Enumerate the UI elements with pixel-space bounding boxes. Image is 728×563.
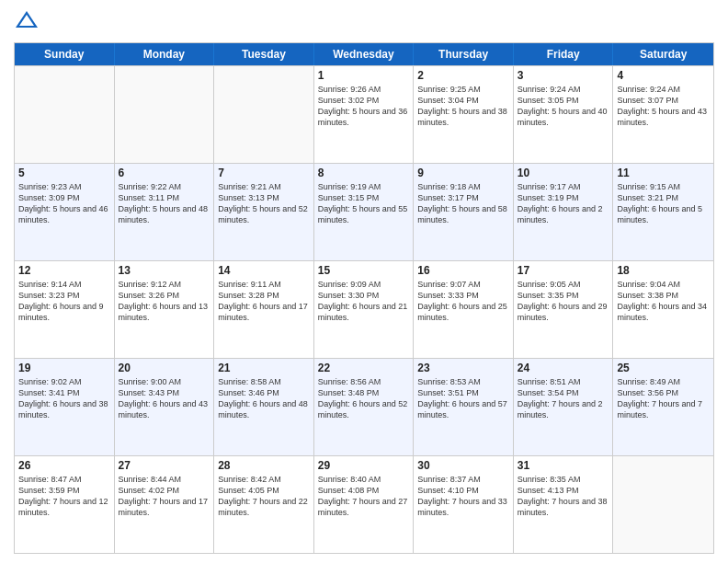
day-number: 23	[417, 362, 509, 374]
calendar-cell: 31Sunrise: 8:35 AM Sunset: 4:13 PM Dayli…	[514, 456, 614, 553]
header	[14, 9, 714, 35]
day-number: 25	[617, 362, 710, 374]
calendar-cell	[214, 66, 314, 163]
weekday-header: Sunday	[15, 43, 115, 65]
calendar-cell: 28Sunrise: 8:42 AM Sunset: 4:05 PM Dayli…	[214, 456, 314, 553]
calendar-cell: 18Sunrise: 9:04 AM Sunset: 3:38 PM Dayli…	[613, 261, 713, 358]
calendar-cell: 6Sunrise: 9:22 AM Sunset: 3:11 PM Daylig…	[115, 164, 215, 260]
weekday-header: Wednesday	[314, 43, 415, 65]
day-info: Sunrise: 8:35 AM Sunset: 4:13 PM Dayligh…	[518, 474, 609, 519]
day-number: 13	[119, 264, 210, 277]
day-number: 24	[518, 362, 609, 374]
calendar-cell: 2Sunrise: 9:25 AM Sunset: 3:04 PM Daylig…	[414, 66, 514, 163]
day-number: 14	[218, 264, 310, 277]
day-info: Sunrise: 9:23 AM Sunset: 3:09 PM Dayligh…	[18, 181, 110, 226]
calendar-cell: 7Sunrise: 9:21 AM Sunset: 3:13 PM Daylig…	[214, 164, 314, 260]
calendar-cell: 16Sunrise: 9:07 AM Sunset: 3:33 PM Dayli…	[414, 261, 514, 358]
weekday-header: Friday	[514, 43, 614, 65]
day-info: Sunrise: 9:17 AM Sunset: 3:19 PM Dayligh…	[518, 181, 609, 226]
calendar-cell: 27Sunrise: 8:44 AM Sunset: 4:02 PM Dayli…	[115, 456, 215, 553]
day-info: Sunrise: 8:44 AM Sunset: 4:02 PM Dayligh…	[119, 474, 210, 519]
day-info: Sunrise: 9:14 AM Sunset: 3:23 PM Dayligh…	[18, 279, 110, 324]
day-number: 15	[318, 264, 410, 277]
day-info: Sunrise: 9:04 AM Sunset: 3:38 PM Dayligh…	[617, 279, 710, 324]
weekday-header: Monday	[115, 43, 215, 65]
day-number: 3	[518, 69, 609, 82]
day-info: Sunrise: 8:53 AM Sunset: 3:51 PM Dayligh…	[417, 376, 509, 421]
day-info: Sunrise: 9:05 AM Sunset: 3:35 PM Dayligh…	[518, 279, 609, 324]
calendar-cell	[15, 66, 115, 163]
calendar: SundayMondayTuesdayWednesdayThursdayFrid…	[14, 42, 714, 554]
day-info: Sunrise: 8:40 AM Sunset: 4:08 PM Dayligh…	[318, 474, 410, 519]
day-info: Sunrise: 9:02 AM Sunset: 3:41 PM Dayligh…	[18, 376, 110, 421]
calendar-cell: 26Sunrise: 8:47 AM Sunset: 3:59 PM Dayli…	[15, 456, 115, 553]
weekday-header: Saturday	[613, 43, 713, 65]
calendar-cell: 1Sunrise: 9:26 AM Sunset: 3:02 PM Daylig…	[314, 66, 415, 163]
day-info: Sunrise: 9:11 AM Sunset: 3:28 PM Dayligh…	[218, 279, 310, 324]
calendar-cell	[115, 66, 215, 163]
calendar-cell: 10Sunrise: 9:17 AM Sunset: 3:19 PM Dayli…	[514, 164, 614, 260]
calendar-cell: 23Sunrise: 8:53 AM Sunset: 3:51 PM Dayli…	[414, 359, 514, 455]
calendar-cell: 12Sunrise: 9:14 AM Sunset: 3:23 PM Dayli…	[15, 261, 115, 358]
calendar-row: 12Sunrise: 9:14 AM Sunset: 3:23 PM Dayli…	[15, 260, 713, 358]
day-info: Sunrise: 9:22 AM Sunset: 3:11 PM Dayligh…	[119, 181, 210, 226]
day-number: 27	[119, 459, 210, 472]
day-info: Sunrise: 9:19 AM Sunset: 3:15 PM Dayligh…	[318, 181, 410, 226]
day-number: 8	[318, 167, 410, 179]
calendar-cell: 21Sunrise: 8:58 AM Sunset: 3:46 PM Dayli…	[214, 359, 314, 455]
calendar-cell: 9Sunrise: 9:18 AM Sunset: 3:17 PM Daylig…	[414, 164, 514, 260]
day-info: Sunrise: 8:51 AM Sunset: 3:54 PM Dayligh…	[518, 376, 609, 421]
day-info: Sunrise: 9:07 AM Sunset: 3:33 PM Dayligh…	[417, 279, 509, 324]
calendar-cell: 15Sunrise: 9:09 AM Sunset: 3:30 PM Dayli…	[314, 261, 415, 358]
calendar-row: 26Sunrise: 8:47 AM Sunset: 3:59 PM Dayli…	[15, 455, 713, 553]
calendar-body: 1Sunrise: 9:26 AM Sunset: 3:02 PM Daylig…	[15, 65, 713, 553]
calendar-cell: 13Sunrise: 9:12 AM Sunset: 3:26 PM Dayli…	[115, 261, 215, 358]
day-number: 1	[318, 69, 410, 82]
day-info: Sunrise: 9:18 AM Sunset: 3:17 PM Dayligh…	[417, 181, 509, 226]
calendar-cell: 8Sunrise: 9:19 AM Sunset: 3:15 PM Daylig…	[314, 164, 415, 260]
calendar-row: 1Sunrise: 9:26 AM Sunset: 3:02 PM Daylig…	[15, 65, 713, 163]
day-info: Sunrise: 8:56 AM Sunset: 3:48 PM Dayligh…	[318, 376, 410, 421]
day-number: 7	[218, 167, 310, 179]
day-info: Sunrise: 8:47 AM Sunset: 3:59 PM Dayligh…	[18, 474, 110, 519]
day-number: 5	[18, 167, 110, 179]
day-info: Sunrise: 9:15 AM Sunset: 3:21 PM Dayligh…	[617, 181, 710, 226]
day-number: 22	[318, 362, 410, 374]
calendar-cell: 14Sunrise: 9:11 AM Sunset: 3:28 PM Dayli…	[214, 261, 314, 358]
day-number: 29	[318, 459, 410, 472]
day-info: Sunrise: 9:24 AM Sunset: 3:05 PM Dayligh…	[518, 84, 609, 129]
logo-icon	[14, 9, 40, 35]
day-number: 11	[617, 167, 710, 179]
calendar-cell: 30Sunrise: 8:37 AM Sunset: 4:10 PM Dayli…	[414, 456, 514, 553]
calendar-cell: 25Sunrise: 8:49 AM Sunset: 3:56 PM Dayli…	[613, 359, 713, 455]
calendar-cell: 29Sunrise: 8:40 AM Sunset: 4:08 PM Dayli…	[314, 456, 415, 553]
calendar-row: 19Sunrise: 9:02 AM Sunset: 3:41 PM Dayli…	[15, 358, 713, 455]
day-number: 16	[417, 264, 509, 277]
day-info: Sunrise: 8:49 AM Sunset: 3:56 PM Dayligh…	[617, 376, 710, 421]
calendar-cell: 19Sunrise: 9:02 AM Sunset: 3:41 PM Dayli…	[15, 359, 115, 455]
calendar-cell: 24Sunrise: 8:51 AM Sunset: 3:54 PM Dayli…	[514, 359, 614, 455]
day-number: 6	[119, 167, 210, 179]
calendar-cell: 20Sunrise: 9:00 AM Sunset: 3:43 PM Dayli…	[115, 359, 215, 455]
weekday-header: Tuesday	[214, 43, 314, 65]
day-number: 12	[18, 264, 110, 277]
day-number: 28	[218, 459, 310, 472]
calendar-cell	[613, 456, 713, 553]
day-number: 20	[119, 362, 210, 374]
calendar-cell: 3Sunrise: 9:24 AM Sunset: 3:05 PM Daylig…	[514, 66, 614, 163]
calendar-cell: 11Sunrise: 9:15 AM Sunset: 3:21 PM Dayli…	[613, 164, 713, 260]
weekday-header: Thursday	[414, 43, 514, 65]
calendar-header: SundayMondayTuesdayWednesdayThursdayFrid…	[15, 43, 713, 65]
day-number: 21	[218, 362, 310, 374]
day-info: Sunrise: 9:26 AM Sunset: 3:02 PM Dayligh…	[318, 84, 410, 129]
calendar-cell: 17Sunrise: 9:05 AM Sunset: 3:35 PM Dayli…	[514, 261, 614, 358]
day-number: 31	[518, 459, 609, 472]
day-info: Sunrise: 8:42 AM Sunset: 4:05 PM Dayligh…	[218, 474, 310, 519]
day-info: Sunrise: 9:25 AM Sunset: 3:04 PM Dayligh…	[417, 84, 509, 129]
day-info: Sunrise: 8:37 AM Sunset: 4:10 PM Dayligh…	[417, 474, 509, 519]
day-number: 26	[18, 459, 110, 472]
day-info: Sunrise: 9:09 AM Sunset: 3:30 PM Dayligh…	[318, 279, 410, 324]
day-number: 30	[417, 459, 509, 472]
day-number: 19	[18, 362, 110, 374]
day-number: 17	[518, 264, 609, 277]
